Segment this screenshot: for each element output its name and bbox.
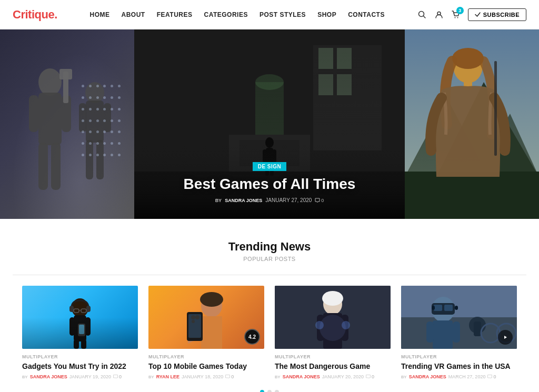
svg-point-74 bbox=[320, 315, 346, 341]
card-3-image bbox=[275, 286, 391, 349]
main-nav: HOME ABOUT FEATURES CATEGORIES POST STYL… bbox=[90, 11, 385, 18]
nav-features[interactable]: FEATURES bbox=[157, 11, 193, 18]
hero-panel-left[interactable] bbox=[0, 29, 134, 219]
cards-grid: MULTIPLAYER Gadgets You Must Try in 2022… bbox=[13, 286, 526, 379]
svg-rect-54 bbox=[86, 306, 91, 312]
svg-rect-9 bbox=[38, 143, 48, 190]
svg-rect-12 bbox=[59, 69, 72, 79]
section-header: Trending News Popular Posts bbox=[13, 240, 526, 262]
header-right: 3 SUBSCRIBE bbox=[417, 8, 526, 21]
card-3[interactable]: MULTIPLAYER The Most Dangerous Game BY S… bbox=[275, 286, 391, 379]
card-3-category: MULTIPLAYER bbox=[275, 354, 391, 359]
section-divider bbox=[13, 275, 526, 275]
card-4[interactable]: MULTIPLAYER Trending VR Games in the USA… bbox=[401, 286, 517, 379]
svg-rect-86 bbox=[426, 321, 434, 343]
card-1-date: JANUARY 19, 2020 bbox=[69, 374, 111, 379]
pagination-dot-2[interactable] bbox=[267, 390, 272, 392]
svg-rect-46 bbox=[494, 61, 497, 156]
card-2-image-wrap: 4.2 bbox=[148, 286, 264, 349]
subscribe-icon bbox=[475, 12, 481, 17]
cart-icon-wrap[interactable]: 3 bbox=[451, 10, 461, 19]
card-1-illustration bbox=[59, 296, 101, 349]
svg-rect-81 bbox=[434, 305, 442, 311]
card-4-author: SANDRA JONES bbox=[409, 374, 446, 379]
svg-point-65 bbox=[191, 315, 195, 319]
card-4-comments: 0 bbox=[487, 374, 496, 379]
svg-rect-89 bbox=[474, 321, 481, 336]
pagination-dot-3[interactable] bbox=[275, 390, 279, 392]
svg-rect-48 bbox=[74, 315, 86, 341]
hero-panel-right[interactable] bbox=[405, 29, 539, 219]
card-1-image-wrap bbox=[22, 286, 138, 349]
search-icon[interactable] bbox=[417, 10, 427, 19]
nav-shop[interactable]: SHOP bbox=[317, 11, 336, 18]
svg-point-70 bbox=[322, 291, 343, 306]
svg-point-5 bbox=[38, 68, 62, 96]
hero-woman-scene bbox=[405, 29, 539, 219]
svg-rect-6 bbox=[38, 93, 62, 145]
svg-point-75 bbox=[315, 321, 324, 329]
nav-post-styles[interactable]: POST STYLES bbox=[259, 11, 306, 18]
svg-rect-62 bbox=[201, 316, 222, 349]
logo-accent: . bbox=[54, 8, 57, 21]
svg-rect-42 bbox=[405, 172, 539, 219]
card-2[interactable]: 4.2 MULTIPLAYER Top 10 Mobile Games Toda… bbox=[148, 286, 264, 379]
nav-categories[interactable]: CATEGORIES bbox=[204, 11, 247, 18]
svg-point-61 bbox=[200, 292, 223, 307]
card-1-meta: BY SANDRA JONES JANUARY 19, 2020 0 bbox=[22, 374, 138, 379]
hero-comment-icon: 0 bbox=[315, 198, 324, 203]
card-3-comments: 0 bbox=[366, 374, 374, 379]
svg-rect-82 bbox=[444, 305, 453, 311]
card-2-meta: BY RYAN LEE JANUARY 18, 2020 0 bbox=[148, 374, 264, 379]
card-2-date: JANUARY 18, 2020 bbox=[182, 374, 223, 379]
svg-point-76 bbox=[342, 321, 350, 329]
site-logo[interactable]: Critique. bbox=[13, 8, 57, 22]
svg-point-44 bbox=[452, 48, 484, 69]
svg-rect-85 bbox=[433, 320, 453, 349]
svg-rect-51 bbox=[74, 339, 79, 349]
hero-overlay: DE SIGN Best Games of All Times BY SANDR… bbox=[134, 162, 405, 203]
logo-text: Critique bbox=[13, 8, 54, 21]
svg-rect-49 bbox=[69, 317, 75, 336]
hero-panel-center[interactable]: DE SIGN Best Games of All Times BY SANDR… bbox=[134, 29, 405, 219]
card-2-title: Top 10 Mobile Games Today bbox=[148, 361, 264, 371]
section-subtitle: Popular Posts bbox=[13, 256, 526, 262]
cart-badge: 3 bbox=[456, 7, 464, 14]
svg-rect-7 bbox=[29, 95, 38, 132]
card-1[interactable]: MULTIPLAYER Gadgets You Must Try in 2022… bbox=[22, 286, 138, 379]
site-header: Critique. HOME ABOUT FEATURES CATEGORIES… bbox=[0, 0, 539, 29]
hero-meta-author: SANDRA JONES bbox=[225, 198, 262, 203]
card-1-author: SANDRA JONES bbox=[30, 374, 67, 379]
card-4-meta: BY SANDRA JONES MARCH 27, 2020 0 bbox=[401, 374, 517, 379]
card-2-category: MULTIPLAYER bbox=[148, 354, 264, 359]
hero-meta-by: BY bbox=[215, 198, 222, 203]
card-1-comments: 0 bbox=[113, 374, 122, 379]
dots-decoration bbox=[82, 85, 124, 164]
card-2-rating: 4.2 bbox=[244, 329, 260, 345]
card-4-image-wrap bbox=[401, 286, 517, 349]
nav-about[interactable]: ABOUT bbox=[122, 11, 145, 18]
svg-rect-52 bbox=[81, 339, 86, 349]
card-2-image: 4.2 bbox=[148, 286, 264, 349]
nav-home[interactable]: HOME bbox=[90, 11, 110, 18]
card-3-illustration bbox=[275, 286, 391, 349]
card-1-category: MULTIPLAYER bbox=[22, 354, 138, 359]
svg-rect-53 bbox=[69, 306, 74, 312]
subscribe-button[interactable]: SUBSCRIBE bbox=[468, 8, 526, 21]
card-1-image bbox=[22, 286, 138, 349]
svg-rect-50 bbox=[85, 317, 91, 336]
card-3-date: JANUARY 20, 2020 bbox=[322, 374, 364, 379]
svg-rect-58 bbox=[78, 324, 85, 336]
pagination-dots bbox=[13, 390, 526, 392]
svg-rect-59 bbox=[79, 325, 84, 334]
card-4-category: MULTIPLAYER bbox=[401, 354, 517, 359]
card-1-title: Gadgets You Must Try in 2022 bbox=[22, 361, 138, 371]
pagination-dot-1[interactable] bbox=[260, 390, 264, 392]
card-2-illustration bbox=[183, 291, 230, 349]
subscribe-label: SUBSCRIBE bbox=[483, 12, 520, 18]
nav-contacts[interactable]: CONTACTS bbox=[348, 11, 385, 18]
hero-comments: 0 bbox=[321, 198, 324, 203]
user-icon[interactable] bbox=[434, 10, 444, 19]
card-4-image bbox=[401, 286, 517, 349]
trending-section: Trending News Popular Posts bbox=[0, 219, 539, 392]
